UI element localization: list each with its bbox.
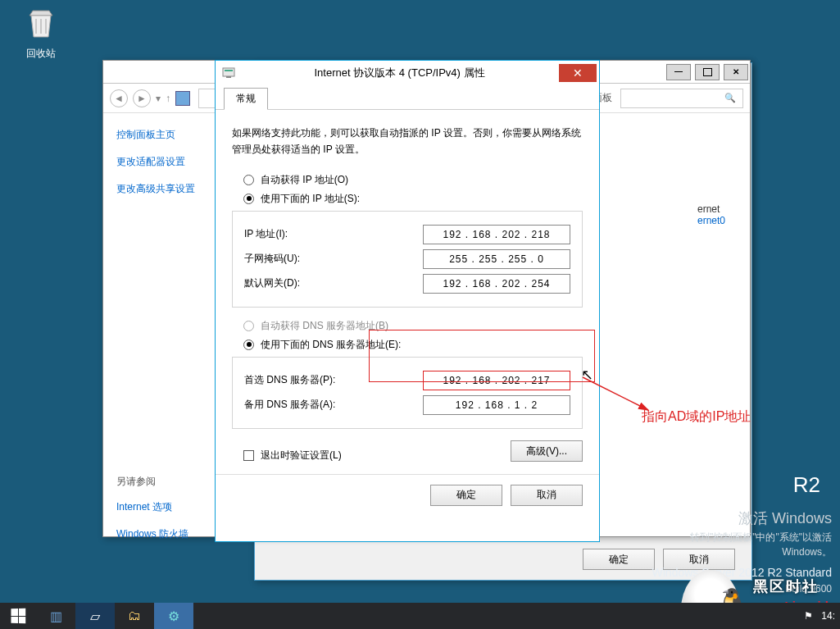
- dialog-description: 如果网络支持此功能，则可以获取自动指派的 IP 设置。否则，你需要从网络系统管理…: [232, 125, 583, 158]
- tray-flag-icon[interactable]: ⚑: [804, 610, 813, 622]
- radio-auto-ip[interactable]: 自动获得 IP 地址(O): [232, 173, 583, 187]
- dns1-label: 首选 DNS 服务器(P):: [244, 373, 335, 387]
- search-input[interactable]: [620, 89, 743, 108]
- exit-validate-checkbox[interactable]: 退出时验证设置(L): [232, 449, 342, 463]
- checkbox-icon: [243, 450, 254, 461]
- ok-button[interactable]: 确定: [430, 485, 502, 506]
- nav-back-icon[interactable]: ◄: [110, 89, 128, 107]
- dns2-label: 备用 DNS 服务器(A):: [244, 398, 335, 412]
- tab-strip: 常规: [216, 85, 599, 110]
- exit-validate-label: 退出时验证设置(L): [261, 449, 342, 463]
- gateway-label: 默认网关(D):: [244, 276, 300, 290]
- dialog-close-button[interactable]: ✕: [559, 64, 597, 82]
- start-button[interactable]: [0, 603, 36, 629]
- taskbar-explorer[interactable]: 🗂: [115, 603, 154, 629]
- sidebar-see-also-label: 另请参阅: [116, 475, 210, 489]
- network-name-fragment: ernet: [697, 203, 725, 215]
- nav-forward-icon[interactable]: ►: [133, 89, 151, 107]
- subnet-mask-\uААare: 子网掩码(U):: [244, 252, 300, 266]
- taskbar: ▥ ▱ 🗂 ⚙ ⚑ 14:: [0, 603, 840, 629]
- nav-up-icon[interactable]: ↑: [166, 93, 170, 104]
- cancel-button[interactable]: 取消: [511, 485, 583, 506]
- dns2-input[interactable]: 192 . 168 . 1 . 2: [423, 395, 570, 415]
- recycle-bin-icon: [21, 4, 61, 43]
- minimize-button[interactable]: [666, 64, 691, 80]
- radio-use-ip[interactable]: 使用下面的 IP 地址(S):: [232, 192, 583, 206]
- sidebar-adapter-link[interactable]: 更改适配器设置: [116, 155, 210, 169]
- radio-auto-ip-label: 自动获得 IP 地址(O): [261, 173, 348, 187]
- sidebar-firewall-link[interactable]: Windows 防火墙: [116, 527, 210, 541]
- taskbar-powershell[interactable]: ▱: [75, 603, 115, 629]
- sidebar-home-link[interactable]: 控制面板主页: [116, 128, 210, 142]
- advanced-button[interactable]: 高级(V)...: [511, 440, 583, 462]
- folder-icon: [175, 91, 190, 106]
- maximize-button[interactable]: [695, 64, 720, 80]
- dialog-title: Internet 协议版本 4 (TCP/IPv4) 属性: [240, 66, 559, 80]
- dialog-titlebar: Internet 协议版本 4 (TCP/IPv4) 属性 ✕: [216, 61, 599, 85]
- radio-icon: [243, 321, 254, 331]
- nav-dropdown-icon[interactable]: ▾: [156, 93, 161, 104]
- taskbar-server-manager[interactable]: ▥: [36, 603, 75, 629]
- dns-settings-group: 首选 DNS 服务器(P): 192 . 168 . 202 . 217 备用 …: [232, 357, 583, 429]
- activate-title: 激活 Windows: [652, 508, 832, 530]
- sidebar-ie-link[interactable]: Internet 选项: [116, 500, 210, 514]
- desktop-recycle-bin[interactable]: 回收站: [16, 4, 66, 61]
- subnet-mask-input[interactable]: 255 . 255 . 255 . 0: [423, 249, 570, 269]
- tray-clock[interactable]: 14:: [821, 610, 835, 622]
- ip-settings-group: IP 地址(I): 192 . 168 . 202 . 218 子网掩码(U):…: [232, 211, 583, 308]
- radio-icon: [243, 340, 254, 350]
- radio-icon: [243, 194, 254, 204]
- close-button[interactable]: ✕: [724, 64, 748, 80]
- annotation-text: 指向AD域的IP地址: [642, 408, 751, 426]
- adapter-name-fragment: ernet0: [697, 215, 725, 226]
- radio-icon: [243, 175, 254, 185]
- gateway-input[interactable]: 192 . 168 . 202 . 254: [423, 274, 570, 294]
- recycle-bin-label: 回收站: [26, 48, 56, 59]
- taskbar-control-panel[interactable]: ⚙: [154, 603, 193, 629]
- svg-rect-1: [225, 70, 233, 71]
- activate-hint: 转到"控制面板"中的"系统"以激活 Windows。: [652, 530, 832, 559]
- radio-use-ip-label: 使用下面的 IP 地址(S):: [261, 192, 360, 206]
- system-tray[interactable]: ⚑ 14:: [804, 603, 840, 629]
- parent-ok-button[interactable]: 确定: [583, 549, 655, 570]
- control-panel-sidebar: 控制面板主页 更改适配器设置 更改高级共享设置 另请参阅 Internet 选项…: [103, 113, 210, 536]
- sidebar-sharing-link[interactable]: 更改高级共享设置: [116, 182, 210, 196]
- tab-general[interactable]: 常规: [224, 88, 268, 110]
- dialog-icon: [222, 66, 235, 80]
- os-version-badge: R2: [793, 472, 820, 498]
- ip-address-label: IP 地址(I):: [244, 227, 288, 241]
- logo-text-1: 黑区时社: [753, 577, 819, 596]
- dns-highlight-box: [369, 330, 595, 382]
- ip-address-input[interactable]: 192 . 168 . 202 . 218: [423, 225, 570, 244]
- ipv4-properties-dialog: Internet 协议版本 4 (TCP/IPv4) 属性 ✕ 常规 如果网络支…: [215, 60, 600, 542]
- svg-rect-0: [223, 68, 234, 76]
- dialog-footer: 确定 取消: [216, 474, 599, 516]
- windows-logo-icon: [11, 608, 25, 624]
- svg-rect-2: [226, 76, 231, 78]
